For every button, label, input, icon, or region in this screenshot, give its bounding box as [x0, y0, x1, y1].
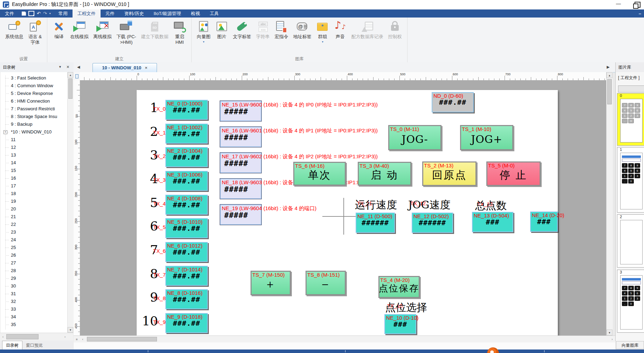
canvas-text-label[interactable]: 运行速度 [355, 198, 397, 212]
tree-item-29[interactable]: 29 [0, 275, 68, 282]
canvas-horizontal-scrollbar[interactable]: ≡ ‹ › [74, 335, 615, 343]
scrollbar-thumb[interactable] [607, 79, 612, 104]
design-workspace[interactable]: 1TX_0NE_0 (D-1000)###.##2TX_1NE_1 (D-100… [80, 80, 606, 335]
canvas-text-label[interactable]: 总点数 [475, 199, 507, 213]
undo-icon[interactable]: ↶ [37, 11, 41, 16]
canvas-numeric-display-NE_12[interactable]: NE_12 (D-502)###### [412, 213, 453, 233]
canvas-button-TS_0[interactable]: TS_0 (M-11)JOG- [388, 125, 441, 150]
scrollbar-thumb[interactable] [87, 337, 157, 341]
tree-item-18[interactable]: 18 [0, 190, 68, 198]
canvas-numeric-display-ND_0[interactable]: ND_0 (D-60)###.## [432, 92, 474, 112]
canvas-button-TS_4[interactable]: TS_4 (M-20)点位保存 [378, 276, 420, 298]
tree-horizontal-scrollbar[interactable]: ‹ › [0, 333, 73, 341]
canvas-button-TS_5[interactable]: TS_5 (M-0)停 止 [486, 161, 541, 186]
canvas-button-TS_3[interactable]: TS_3 (M-40)启 动 [358, 162, 411, 186]
tree-item-13[interactable]: 13 [0, 151, 68, 159]
library-select-dropdown[interactable] [618, 85, 644, 92]
tree-item-11[interactable]: 11 [0, 136, 68, 144]
menu-tab-工程文件[interactable]: 工程文件 [73, 9, 101, 18]
canvas-button-TS_6[interactable]: TS_6 (M-16)单次 [293, 162, 346, 186]
tab-window-010[interactable]: 10 - WINDOW_010 × [93, 63, 157, 72]
scroll-down-icon[interactable]: ▾ [68, 327, 73, 333]
ribbon-button-compile[interactable]: 编译 [50, 20, 68, 40]
dropdown-caret-icon[interactable]: ▾ [322, 40, 323, 43]
canvas-numeric-display-NE_15[interactable]: NE_15 (LW-9600 (16bit) : 设备 4 的 IP0 (IP地… [220, 101, 261, 121]
canvas-numeric-display-NE_18[interactable]: NE_18 (LW-9603 (16bit) : 设备 4 的 IP3 (IP地… [220, 179, 261, 199]
tree-item-3 : Fast Selection[interactable]: 3 : Fast Selection [0, 74, 68, 82]
canvas-numeric-display-NE_9[interactable]: NE_9 (D-1018)###.## [165, 313, 208, 333]
quickbar-caret-icon[interactable]: ▾ [49, 11, 51, 16]
canvas-button-TS_1[interactable]: TS_1 (M-10)JOG+ [460, 125, 513, 150]
tree-item-20[interactable]: 20 [0, 205, 68, 213]
tab-scroll-right-icon[interactable]: ▶ [607, 65, 610, 69]
menu-tab-检视[interactable]: 检视 [186, 9, 205, 18]
scroll-down-icon[interactable]: ▾ [607, 330, 612, 335]
ribbon-button-recipe-db[interactable]: 配方数据库记录 [349, 20, 386, 40]
tree-item-33[interactable]: 33 [0, 305, 68, 313]
restore-button[interactable] [635, 2, 640, 8]
canvas-numeric-display-NE_1[interactable]: NE_1 (D-1002)###.## [165, 124, 208, 144]
tree-item-5 : Device Response[interactable]: 5 : Device Response [0, 90, 68, 97]
ribbon-button-online-sim[interactable]: 在线模拟 [68, 20, 91, 40]
tree-item-8 : Storage Space Insu[interactable]: 8 : Storage Space Insu [0, 113, 68, 120]
splitter-icon[interactable]: ≡ [74, 336, 80, 342]
ribbon-button-reboot[interactable]: 重启 HMI [171, 20, 189, 46]
menu-tab-元件[interactable]: 元件 [101, 9, 119, 18]
ribbon-button-group[interactable]: 群组▾ [314, 20, 331, 44]
library-thumbnail-0[interactable]: 0789456123.0 [617, 93, 644, 146]
tree-item-26[interactable]: 26 [0, 251, 68, 259]
canvas-button-TS_7[interactable]: TS_7 (M-150)+ [251, 271, 291, 295]
scrollbar-thumb[interactable] [6, 334, 39, 339]
ribbon-button-language-font[interactable]: 语言 & 字体 [26, 20, 44, 46]
ribbon-button-picture[interactable]: 图片 [213, 20, 231, 40]
ribbon-button-vector-image[interactable]: 向量图▾ [194, 20, 213, 44]
tree-item-15[interactable]: 15 [0, 167, 68, 174]
tree-item-6 : HMI Connection[interactable]: 6 : HMI Connection [0, 97, 68, 105]
library-thumbnail-3[interactable]: 3789456123.0 [617, 270, 644, 333]
scrollbar-thumb[interactable] [68, 78, 73, 99]
ribbon-button-download[interactable]: 下载 (PC- >HMI) [114, 20, 138, 46]
ribbon-button-address-tag[interactable]: 地址标签 [291, 20, 314, 40]
tree-item-14[interactable]: 14 [0, 159, 68, 167]
ribbon-button-sound[interactable]: 声音 [331, 20, 349, 40]
expand-plus-icon[interactable]: + [4, 130, 7, 134]
menu-tab-资料/历史[interactable]: 资料/历史 [119, 9, 149, 18]
canvas-numeric-display-NE_8[interactable]: NE_8 (D-1016)###.## [165, 289, 208, 309]
tree-item-25[interactable]: 25 [0, 244, 68, 251]
tree-item-16[interactable]: 16 [0, 174, 68, 182]
scroll-left-icon[interactable]: ‹ [0, 334, 6, 340]
tree-item-32[interactable]: 32 [0, 298, 68, 305]
tree-item-30[interactable]: 30 [0, 282, 68, 290]
minimize-button[interactable]: — [616, 1, 621, 6]
canvas-button-TS_2[interactable]: TS_2 (M-13)回原点 [422, 161, 477, 186]
ribbon-button-system-info[interactable]: 系统信息 [3, 20, 26, 40]
canvas-numeric-display-NE_13[interactable]: NE_13 (D-504)### [472, 212, 513, 232]
canvas-text-label[interactable]: JOG速度 [408, 198, 451, 212]
save-icon[interactable] [22, 12, 26, 16]
canvas-numeric-display-NE_5[interactable]: NE_5 (D-1010)###.## [165, 218, 208, 238]
scroll-up-icon[interactable]: ▴ [68, 72, 73, 78]
canvas-numeric-display-NE_2[interactable]: NE_2 (D-1004)###.## [165, 147, 208, 167]
redo-icon[interactable]: ↷ [43, 11, 47, 16]
menu-tab-文件[interactable]: 文件 [0, 9, 19, 18]
ribbon-button-offline-sim[interactable]: 离线模拟 [91, 20, 114, 40]
canvas-text-label[interactable]: 点位选择 [385, 300, 427, 315]
menu-tab-工具[interactable]: 工具 [205, 9, 224, 18]
tree-item-9 : Backup[interactable]: 9 : Backup [0, 120, 68, 128]
scroll-left-icon[interactable]: ‹ [80, 336, 85, 342]
tree-item-34[interactable]: 34 [0, 313, 68, 321]
scroll-up-icon[interactable]: ▴ [607, 72, 612, 78]
panel-close-icon[interactable]: × [67, 64, 69, 70]
tab-scroll-left-icon[interactable]: ◀ [77, 65, 80, 69]
canvas-vertical-scrollbar[interactable]: ▴ ▾ [606, 72, 613, 335]
tree-item-22[interactable]: 22 [0, 221, 68, 228]
canvas-numeric-display-NE_10[interactable]: NE_10 (D-10)### [384, 314, 416, 334]
panel-tab-目录树[interactable]: 目录树 [2, 341, 22, 349]
child-minimize-button[interactable]: – [639, 11, 641, 16]
tree-item-24[interactable]: 24 [0, 236, 68, 244]
canvas-button-TS_8[interactable]: TS_8 (M-151)− [306, 271, 346, 295]
scroll-right-icon[interactable]: › [609, 336, 615, 342]
library-thumbnail-2[interactable]: 2 [617, 214, 644, 268]
canvas-numeric-display-NE_17[interactable]: NE_17 (LW-9602 (16bit) : 设备 4 的 IP2 (IP地… [220, 153, 261, 173]
canvas-numeric-display-NE_11[interactable]: NE_11 (D-500)###### [356, 213, 395, 233]
